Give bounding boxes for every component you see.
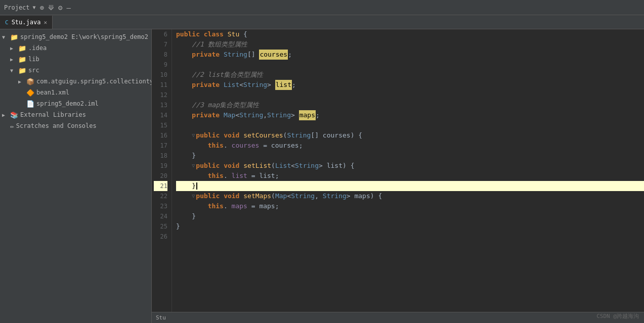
- sidebar-item-com-atguigu[interactable]: ▶ 📦 com.atguigu.spring5.collectiontype: [0, 76, 151, 87]
- tree-arrow-scratches: [2, 123, 10, 129]
- code-line-6: public class Stu {: [176, 29, 644, 39]
- code-line-10: //2 list集合类型属性: [176, 70, 644, 80]
- tree-arrow-src: ▼: [10, 68, 18, 73]
- tree-arrow-idea: ▶: [10, 45, 18, 51]
- title-bar-left: Project ▼: [4, 4, 36, 11]
- code-line-26: [176, 232, 644, 242]
- code-line-11: private List<String> list;: [176, 80, 644, 90]
- ln-16: 16: [154, 130, 167, 141]
- dropdown-arrow[interactable]: ▼: [33, 5, 36, 10]
- comment-13: //3 map集合类型属性: [176, 100, 259, 110]
- code-line-20: this. list = list;: [176, 171, 644, 181]
- ln-18: 18: [154, 151, 167, 161]
- ln-24: 24: [154, 211, 167, 221]
- lib-folder-icon: 📁: [18, 56, 26, 63]
- ln-17: 17: [154, 141, 167, 151]
- sidebar-item-iml-label: spring5_demo2.iml: [36, 100, 99, 107]
- ln-6: 6: [154, 29, 167, 39]
- project-label[interactable]: Project: [4, 4, 30, 11]
- code-line-24: }: [176, 211, 644, 221]
- code-line-16: ▽public void setCourses(String[] courses…: [176, 130, 644, 141]
- new-window-icon[interactable]: ⊕: [40, 4, 44, 12]
- var-maps-highlight: maps: [299, 110, 316, 120]
- cls-stu: Stu: [228, 29, 243, 39]
- sidebar-item-idea[interactable]: ▶ 📁 .idea: [0, 42, 151, 54]
- code-line-19: ▽public void setList(List<String> list) …: [176, 161, 644, 171]
- ln-15: 15: [154, 120, 167, 130]
- tab-stu-java[interactable]: C Stu.java ✕: [0, 16, 53, 29]
- scratches-icon: ✏️: [10, 122, 14, 130]
- sidebar-item-spring5-demo2[interactable]: ▼ 📁 spring5_demo2 E:\work\spring5_demo2: [0, 31, 151, 42]
- code-line-14: private Map<String,String> maps;: [176, 110, 644, 120]
- code-line-13: //3 map集合类型属性: [176, 100, 644, 110]
- code-line-25: }: [176, 221, 644, 232]
- ln-19: 19: [154, 161, 167, 171]
- tab-close-button[interactable]: ✕: [44, 19, 47, 26]
- sidebar-item-bean1xml[interactable]: 🔶 bean1.xml: [0, 87, 151, 98]
- sync-icon[interactable]: ⟱: [48, 4, 54, 12]
- ln-10: 10: [154, 70, 167, 80]
- iml-file-icon: 📄: [26, 100, 34, 108]
- comment-10: //2 list集合类型属性: [176, 70, 263, 80]
- bottom-filename: Stu: [156, 314, 166, 321]
- sidebar-item-external-libraries[interactable]: ▶ 📚 External Libraries: [0, 109, 151, 120]
- ln-21: 21: [154, 181, 167, 191]
- title-bar: Project ▼ ⊕ ⟱ ⚙ —: [0, 0, 644, 15]
- ln-20: 20: [154, 171, 167, 181]
- sidebar: ▼ 📁 spring5_demo2 E:\work\spring5_demo2 …: [0, 29, 152, 323]
- project-folder-icon: 📁: [10, 33, 18, 41]
- code-line-7: //1 数组类型属性: [176, 39, 644, 50]
- settings-icon[interactable]: ⚙: [58, 4, 62, 12]
- bottom-bar: Stu: [152, 312, 644, 323]
- code-line-21: }: [176, 181, 644, 191]
- tree-arrow-ext: ▶: [2, 112, 10, 118]
- ln-7: 7: [154, 39, 167, 50]
- title-bar-icons: ⊕ ⟱ ⚙ —: [40, 4, 71, 12]
- ln-26: 26: [154, 232, 167, 242]
- sidebar-item-lib[interactable]: ▶ 📁 lib: [0, 54, 151, 65]
- code-area: 6 7 8 9 10 11 12 13 14 15 16 17 18 19 20…: [152, 29, 644, 312]
- sidebar-item-ext-label: External Libraries: [20, 111, 86, 118]
- ln-9: 9: [154, 60, 167, 70]
- fold-arrow-22[interactable]: ▽: [192, 191, 195, 201]
- watermark-text: CSDN @跨越海沟: [596, 313, 639, 319]
- code-line-8: private String[] courses;: [176, 50, 644, 60]
- sidebar-item-src-label: src: [28, 67, 39, 74]
- code-line-22: ▽public void setMaps(Map<String, String>…: [176, 191, 644, 201]
- sidebar-item-scratches[interactable]: ✏️ Scratches and Consoles: [0, 120, 151, 131]
- var-list-highlight: list: [275, 80, 292, 90]
- fold-arrow-19[interactable]: ▽: [192, 161, 195, 171]
- line-numbers: 6 7 8 9 10 11 12 13 14 15 16 17 18 19 20…: [152, 29, 172, 312]
- code-line-23: this. maps = maps;: [176, 201, 644, 211]
- code-line-9: [176, 60, 644, 70]
- sidebar-item-src[interactable]: ▼ 📁 src: [0, 65, 151, 76]
- package-icon: 📦: [26, 78, 34, 85]
- src-folder-icon: 📁: [18, 67, 26, 74]
- watermark: CSDN @跨越海沟: [596, 312, 639, 320]
- code-line-12: [176, 90, 644, 100]
- ln-25: 25: [154, 221, 167, 232]
- code-content[interactable]: public class Stu { //1 数组类型属性 private St…: [172, 29, 644, 312]
- ln-22: 22: [154, 191, 167, 201]
- tree-arrow-bean1: [18, 90, 26, 96]
- sidebar-item-bean1-label: bean1.xml: [36, 89, 69, 96]
- fold-arrow-16[interactable]: ▽: [192, 130, 195, 141]
- tree-arrow-com: ▶: [18, 79, 26, 84]
- tree-arrow-iml: [18, 101, 26, 107]
- main-layout: ▼ 📁 spring5_demo2 E:\work\spring5_demo2 …: [0, 29, 644, 323]
- code-line-15: [176, 120, 644, 130]
- ln-8: 8: [154, 50, 167, 60]
- sidebar-item-label: spring5_demo2 E:\work\spring5_demo2: [20, 33, 148, 40]
- sidebar-item-spring5-iml[interactable]: 📄 spring5_demo2.iml: [0, 98, 151, 109]
- tree-arrow-spring5: ▼: [2, 34, 10, 40]
- tree-arrow-lib: ▶: [10, 57, 18, 62]
- tab-bar: C Stu.java ✕: [0, 15, 644, 29]
- cursor: [196, 182, 197, 190]
- xml-file-icon: 🔶: [26, 89, 34, 97]
- ln-13: 13: [154, 100, 167, 110]
- minimize-icon[interactable]: —: [66, 4, 70, 12]
- idea-folder-icon: 📁: [18, 44, 26, 52]
- libraries-icon: 📚: [10, 111, 18, 119]
- code-line-17: this. courses = courses;: [176, 141, 644, 151]
- var-courses-highlight: courses: [259, 50, 288, 60]
